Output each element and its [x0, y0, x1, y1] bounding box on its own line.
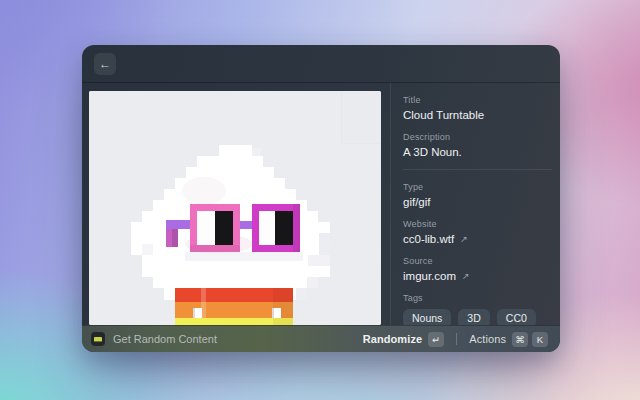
external-link-icon: ↗	[460, 234, 468, 244]
action-bar-actions: Randomize ↵ Actions ⌘K	[360, 330, 551, 349]
field-label: Type	[403, 182, 552, 192]
command-context-label: Get Random Content	[113, 333, 217, 345]
field-value: gif/gif	[403, 196, 552, 208]
field-label: Description	[403, 132, 552, 142]
enter-key-icon: ↵	[428, 332, 444, 347]
desktop-background: ←	[0, 0, 640, 400]
detail-view: Title Cloud Turntable Description A 3D N…	[82, 83, 560, 325]
field-label: Website	[403, 219, 552, 229]
raycast-window: ←	[82, 45, 560, 352]
action-bar: Get Random Content Randomize ↵ Actions ⌘…	[82, 325, 560, 352]
shortcut-keys: ⌘K	[512, 332, 548, 347]
back-arrow-icon: ←	[99, 58, 111, 70]
field-value[interactable]: imgur.com ↗	[403, 270, 552, 282]
metadata-field: Title Cloud Turntable	[403, 95, 552, 121]
field-label: Tags	[403, 293, 552, 303]
window-header: ←	[82, 45, 560, 83]
modifier-key-icon: ⌘	[512, 332, 528, 347]
extension-icon	[91, 332, 105, 346]
field-value[interactable]: cc0-lib.wtf ↗	[403, 233, 552, 245]
noun-cloud-artwork	[89, 91, 381, 325]
action-bar-divider	[456, 333, 457, 345]
metadata-field: Website cc0-lib.wtf ↗	[403, 219, 552, 245]
modifier-key-icon: K	[532, 332, 548, 347]
metadata-field: Type gif/gif	[403, 182, 552, 208]
field-label: Source	[403, 256, 552, 266]
randomize-button[interactable]: Randomize ↵	[360, 330, 448, 349]
metadata-separator	[403, 169, 552, 170]
content-preview	[89, 91, 381, 325]
external-link-icon: ↗	[462, 271, 470, 281]
metadata-field: Description A 3D Noun.	[403, 132, 552, 158]
field-value: A 3D Noun.	[403, 146, 552, 158]
field-label: Title	[403, 95, 552, 105]
metadata-panel: Title Cloud Turntable Description A 3D N…	[390, 83, 560, 325]
striped-shirt	[175, 288, 293, 325]
field-value: Cloud Turntable	[403, 109, 552, 121]
actions-menu-button[interactable]: Actions ⌘K	[466, 330, 551, 349]
back-button[interactable]: ←	[94, 53, 116, 75]
metadata-field: Source imgur.com ↗	[403, 256, 552, 282]
